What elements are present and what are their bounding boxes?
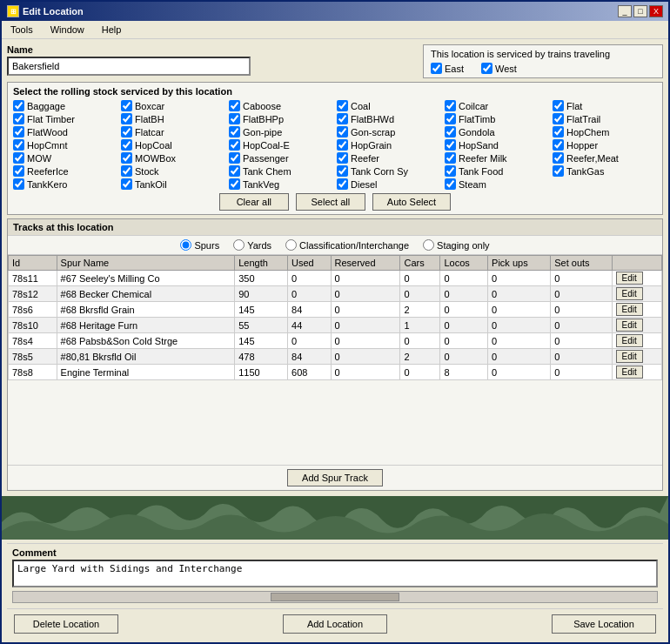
rolling-stock-item[interactable]: HopCoal-E (229, 139, 333, 151)
rolling-stock-item[interactable]: Tank Corn Sy (337, 165, 441, 177)
edit-track-button[interactable]: Edit (616, 319, 643, 332)
add-spur-track-button[interactable]: Add Spur Track (287, 469, 383, 486)
classification-radio-item[interactable]: Classification/Interchange (285, 239, 409, 251)
rolling-stock-item[interactable]: Flat (553, 100, 657, 111)
staging-radio-item[interactable]: Staging only (423, 239, 490, 251)
rolling-stock-checkbox[interactable] (229, 126, 240, 138)
rolling-stock-item[interactable]: Tank Food (445, 165, 549, 177)
menu-tools[interactable]: Tools (5, 23, 38, 37)
rolling-stock-item[interactable]: FlatBH (121, 113, 225, 124)
rolling-stock-checkbox[interactable] (337, 126, 348, 138)
edit-track-button[interactable]: Edit (616, 366, 643, 379)
west-checkbox-item[interactable]: West (481, 63, 517, 74)
east-checkbox-item[interactable]: East (431, 63, 464, 74)
rolling-stock-checkbox[interactable] (553, 100, 564, 111)
rolling-stock-item[interactable]: FlatBHPp (229, 113, 333, 124)
rolling-stock-item[interactable]: Coilcar (445, 100, 549, 111)
rolling-stock-item[interactable]: Reefer,Meat (553, 152, 657, 164)
name-input[interactable] (7, 57, 251, 76)
rolling-stock-checkbox[interactable] (337, 178, 348, 190)
rolling-stock-checkbox[interactable] (337, 113, 348, 124)
save-location-button[interactable]: Save Location (552, 614, 656, 634)
tracks-table-container[interactable]: Id Spur Name Length Used Reserved Cars L… (8, 255, 662, 465)
rolling-stock-checkbox[interactable] (121, 165, 132, 177)
rolling-stock-item[interactable]: TankOil (121, 178, 225, 190)
rolling-stock-item[interactable]: Passenger (229, 152, 333, 164)
spurs-radio[interactable] (180, 239, 191, 251)
yards-radio-item[interactable]: Yards (233, 239, 271, 251)
add-location-button[interactable]: Add Location (283, 614, 387, 634)
rolling-stock-checkbox[interactable] (121, 126, 132, 138)
rolling-stock-checkbox[interactable] (13, 139, 24, 151)
rolling-stock-item[interactable]: MOWBox (121, 152, 225, 164)
rolling-stock-item[interactable]: Reefer (337, 152, 441, 164)
rolling-stock-checkbox[interactable] (229, 139, 240, 151)
rolling-stock-checkbox[interactable] (337, 139, 348, 151)
rolling-stock-item[interactable]: HopGrain (337, 139, 441, 151)
rolling-stock-checkbox[interactable] (13, 152, 24, 164)
minimize-button[interactable]: _ (618, 5, 632, 17)
rolling-stock-checkbox[interactable] (445, 100, 456, 111)
rolling-stock-checkbox[interactable] (121, 100, 132, 111)
rolling-stock-item[interactable]: HopCoal (121, 139, 225, 151)
rolling-stock-checkbox[interactable] (13, 100, 24, 111)
rolling-stock-item[interactable]: Hopper (553, 139, 657, 151)
rolling-stock-checkbox[interactable] (229, 178, 240, 190)
rolling-stock-item[interactable]: HopChem (553, 126, 657, 138)
edit-track-button[interactable]: Edit (616, 272, 643, 285)
rolling-stock-item[interactable]: Gon-scrap (337, 126, 441, 138)
rolling-stock-checkbox[interactable] (229, 152, 240, 164)
delete-location-button[interactable]: Delete Location (14, 614, 118, 634)
auto-select-button[interactable]: Auto Select (372, 193, 451, 211)
menu-help[interactable]: Help (97, 23, 127, 37)
rolling-stock-checkbox[interactable] (121, 152, 132, 164)
rolling-stock-checkbox[interactable] (229, 165, 240, 177)
rolling-stock-item[interactable]: FlatWood (13, 126, 117, 138)
rolling-stock-item[interactable]: MOW (13, 152, 117, 164)
rolling-stock-checkbox[interactable] (553, 165, 564, 177)
rolling-stock-checkbox[interactable] (553, 113, 564, 124)
rolling-stock-item[interactable]: Flat Timber (13, 113, 117, 124)
rolling-stock-item[interactable]: Baggage (13, 100, 117, 111)
rolling-stock-checkbox[interactable] (121, 178, 132, 190)
rolling-stock-checkbox[interactable] (445, 165, 456, 177)
rolling-stock-item[interactable]: FlatBHWd (337, 113, 441, 124)
edit-track-button[interactable]: Edit (616, 287, 643, 300)
rolling-stock-item[interactable]: Coal (337, 100, 441, 111)
spurs-radio-item[interactable]: Spurs (180, 239, 219, 251)
rolling-stock-item[interactable]: HopCmnt (13, 139, 117, 151)
rolling-stock-checkbox[interactable] (553, 126, 564, 138)
staging-radio[interactable] (423, 239, 434, 251)
rolling-stock-item[interactable]: HopSand (445, 139, 549, 151)
rolling-stock-checkbox[interactable] (229, 100, 240, 111)
west-checkbox[interactable] (481, 63, 492, 74)
rolling-stock-item[interactable]: Boxcar (121, 100, 225, 111)
horizontal-scrollbar[interactable] (12, 591, 658, 603)
rolling-stock-checkbox[interactable] (445, 126, 456, 138)
rolling-stock-checkbox[interactable] (445, 139, 456, 151)
rolling-stock-item[interactable]: Reefer Milk (445, 152, 549, 164)
rolling-stock-item[interactable]: FlatTimb (445, 113, 549, 124)
clear-all-button[interactable]: Clear all (219, 193, 289, 211)
rolling-stock-checkbox[interactable] (337, 152, 348, 164)
yards-radio[interactable] (233, 239, 245, 251)
rolling-stock-item[interactable]: Gon-pipe (229, 126, 333, 138)
rolling-stock-item[interactable]: Steam (445, 178, 549, 190)
rolling-stock-item[interactable]: TankVeg (229, 178, 333, 190)
rolling-stock-item[interactable]: Gondola (445, 126, 549, 138)
close-button[interactable]: X (649, 5, 663, 17)
rolling-stock-checkbox[interactable] (445, 178, 456, 190)
maximize-button[interactable]: □ (633, 5, 647, 17)
rolling-stock-item[interactable]: Flatcar (121, 126, 225, 138)
east-checkbox[interactable] (431, 63, 442, 74)
rolling-stock-checkbox[interactable] (337, 165, 348, 177)
rolling-stock-checkbox[interactable] (445, 113, 456, 124)
rolling-stock-checkbox[interactable] (121, 113, 132, 124)
menu-window[interactable]: Window (45, 23, 90, 37)
rolling-stock-item[interactable]: Tank Chem (229, 165, 333, 177)
edit-track-button[interactable]: Edit (616, 350, 643, 363)
edit-track-button[interactable]: Edit (616, 303, 643, 316)
rolling-stock-checkbox[interactable] (445, 152, 456, 164)
rolling-stock-checkbox[interactable] (13, 126, 24, 138)
rolling-stock-item[interactable]: Caboose (229, 100, 333, 111)
